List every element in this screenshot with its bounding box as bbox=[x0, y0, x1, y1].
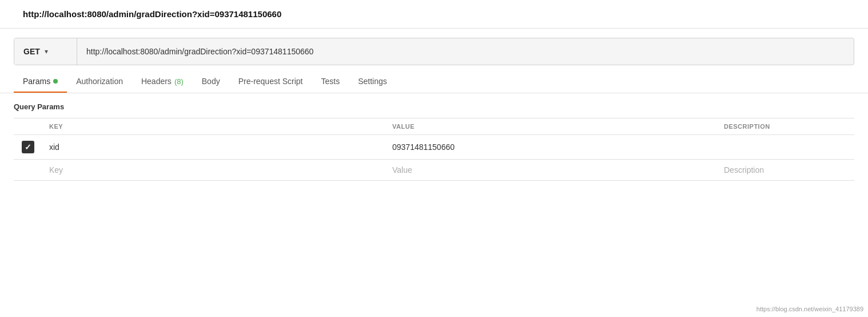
table-row: ✓ xid 09371481150660 bbox=[14, 135, 854, 160]
col-header-key: KEY bbox=[42, 118, 385, 135]
row1-checkbox-cell: ✓ bbox=[14, 135, 42, 160]
row2-desc-placeholder: Description bbox=[724, 165, 764, 175]
tabs-section: Params Authorization Headers (8) Body Pr… bbox=[0, 70, 868, 93]
tab-params[interactable]: Params bbox=[14, 70, 67, 93]
row2-value-placeholder: Value bbox=[392, 165, 412, 175]
row2-value[interactable]: Value bbox=[385, 160, 717, 181]
tab-pre-request-script[interactable]: Pre-request Script bbox=[229, 70, 312, 93]
tab-params-dot bbox=[53, 79, 58, 84]
table-row: Key Value Description bbox=[14, 160, 854, 181]
tab-headers-badge: (8) bbox=[174, 77, 184, 86]
query-params-label: Query Params bbox=[14, 102, 854, 111]
row2-key[interactable]: Key bbox=[42, 160, 385, 181]
col-header-checkbox bbox=[14, 118, 42, 135]
tab-settings-label: Settings bbox=[358, 77, 387, 86]
row1-description[interactable] bbox=[717, 135, 854, 160]
tab-authorization[interactable]: Authorization bbox=[67, 70, 132, 93]
tab-tests-label: Tests bbox=[321, 77, 340, 86]
tab-authorization-label: Authorization bbox=[76, 77, 123, 86]
row2-checkbox-cell bbox=[14, 160, 42, 181]
tab-tests[interactable]: Tests bbox=[312, 70, 349, 93]
tab-headers[interactable]: Headers (8) bbox=[132, 70, 193, 93]
row1-key[interactable]: xid bbox=[42, 135, 385, 160]
row2-description[interactable]: Description bbox=[717, 160, 854, 181]
tab-settings[interactable]: Settings bbox=[349, 70, 396, 93]
col-header-description: DESCRIPTION bbox=[717, 118, 854, 135]
watermark: https://blog.csdn.net/weixin_41179389 bbox=[756, 306, 863, 312]
check-mark-icon: ✓ bbox=[25, 143, 31, 151]
row2-key-placeholder: Key bbox=[49, 165, 63, 175]
row1-value[interactable]: 09371481150660 bbox=[385, 135, 717, 160]
row1-checkbox[interactable]: ✓ bbox=[22, 141, 34, 153]
tab-pre-request-script-label: Pre-request Script bbox=[238, 77, 303, 86]
chevron-down-icon: ▾ bbox=[45, 47, 48, 56]
col-header-value: VALUE bbox=[385, 118, 717, 135]
url-input[interactable] bbox=[77, 38, 854, 65]
tab-headers-label: Headers bbox=[141, 77, 172, 86]
method-label: GET bbox=[23, 47, 40, 56]
query-params-section: Query Params KEY VALUE DESCRIPTION ✓ bbox=[0, 93, 868, 185]
method-selector[interactable]: GET ▾ bbox=[14, 38, 77, 65]
params-table: KEY VALUE DESCRIPTION ✓ xid 093714811506… bbox=[14, 118, 854, 181]
tab-body-label: Body bbox=[202, 77, 220, 86]
url-bar-section: http://localhost:8080/admin/gradDirectio… bbox=[0, 0, 868, 29]
tab-body[interactable]: Body bbox=[193, 70, 229, 93]
page-wrapper: http://localhost:8080/admin/gradDirectio… bbox=[0, 0, 868, 317]
tab-params-label: Params bbox=[23, 77, 50, 86]
request-row: GET ▾ bbox=[14, 38, 854, 65]
url-title: http://localhost:8080/admin/gradDirectio… bbox=[23, 9, 281, 19]
